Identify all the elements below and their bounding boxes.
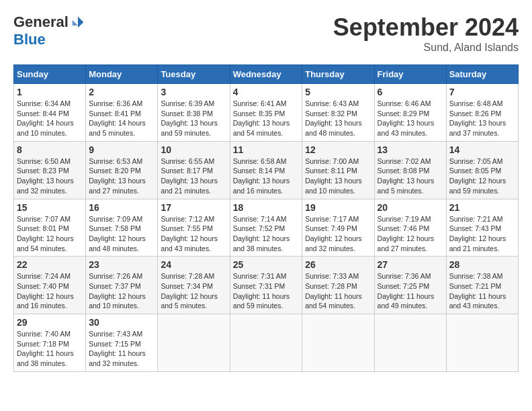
- calendar-day-1: 1Sunrise: 6:34 AMSunset: 8:44 PMDaylight…: [14, 84, 86, 142]
- day-header-friday: Friday: [374, 65, 446, 84]
- day-info: Sunrise: 6:55 AMSunset: 8:17 PMDaylight:…: [161, 156, 226, 196]
- calendar-week-1: 1Sunrise: 6:34 AMSunset: 8:44 PMDaylight…: [14, 84, 519, 142]
- day-number: 23: [89, 259, 154, 270]
- day-info: Sunrise: 7:21 AMSunset: 7:43 PMDaylight:…: [449, 214, 515, 254]
- calendar-day-11: 11Sunrise: 6:58 AMSunset: 8:14 PMDayligh…: [230, 141, 302, 199]
- day-number: 8: [17, 144, 83, 155]
- calendar-day-2: 2Sunrise: 6:36 AMSunset: 8:41 PMDaylight…: [86, 84, 158, 142]
- day-info: Sunrise: 6:39 AMSunset: 8:38 PMDaylight:…: [161, 99, 226, 138]
- calendar-day-20: 20Sunrise: 7:19 AMSunset: 7:46 PMDayligh…: [374, 199, 446, 257]
- day-header-sunday: Sunday: [14, 65, 86, 84]
- calendar-day-9: 9Sunrise: 6:53 AMSunset: 8:20 PMDaylight…: [86, 141, 158, 199]
- day-number: 18: [233, 202, 300, 213]
- day-info: Sunrise: 6:36 AMSunset: 8:41 PMDaylight:…: [89, 99, 154, 138]
- day-info: Sunrise: 6:53 AMSunset: 8:20 PMDaylight:…: [89, 156, 154, 196]
- day-number: 29: [17, 317, 83, 328]
- day-number: 12: [305, 144, 371, 155]
- calendar-day-14: 14Sunrise: 7:05 AMSunset: 8:05 PMDayligh…: [446, 141, 518, 199]
- day-info: Sunrise: 7:12 AMSunset: 7:55 PMDaylight:…: [161, 214, 226, 254]
- day-info: Sunrise: 7:00 AMSunset: 8:11 PMDaylight:…: [305, 156, 371, 196]
- day-info: Sunrise: 7:38 AMSunset: 7:21 PMDaylight:…: [449, 271, 515, 311]
- day-number: 15: [17, 202, 83, 213]
- day-info: Sunrise: 6:43 AMSunset: 8:32 PMDaylight:…: [305, 99, 371, 138]
- day-number: 26: [305, 259, 371, 270]
- day-number: 24: [161, 259, 226, 270]
- calendar-day-16: 16Sunrise: 7:09 AMSunset: 7:58 PMDayligh…: [86, 199, 158, 257]
- day-info: Sunrise: 6:34 AMSunset: 8:44 PMDaylight:…: [17, 99, 83, 138]
- day-number: 25: [233, 259, 300, 270]
- day-info: Sunrise: 7:19 AMSunset: 7:46 PMDaylight:…: [378, 214, 443, 254]
- day-header-thursday: Thursday: [302, 65, 374, 84]
- calendar-header-row: SundayMondayTuesdayWednesdayThursdayFrid…: [14, 65, 519, 84]
- day-number: 4: [233, 87, 300, 97]
- day-number: 19: [305, 202, 371, 213]
- day-header-wednesday: Wednesday: [230, 65, 302, 84]
- day-info: Sunrise: 7:24 AMSunset: 7:40 PMDaylight:…: [17, 271, 83, 311]
- day-number: 14: [449, 144, 515, 155]
- calendar-day-7: 7Sunrise: 6:48 AMSunset: 8:26 PMDaylight…: [446, 84, 518, 142]
- calendar-day-29: 29Sunrise: 7:40 AMSunset: 7:18 PMDayligh…: [14, 314, 86, 372]
- day-number: 28: [449, 259, 515, 270]
- day-info: Sunrise: 6:46 AMSunset: 8:29 PMDaylight:…: [378, 99, 443, 138]
- day-info: Sunrise: 7:07 AMSunset: 8:01 PMDaylight:…: [17, 214, 83, 254]
- day-header-saturday: Saturday: [446, 65, 518, 84]
- calendar-day-19: 19Sunrise: 7:17 AMSunset: 7:49 PMDayligh…: [302, 199, 374, 257]
- day-info: Sunrise: 7:40 AMSunset: 7:18 PMDaylight:…: [17, 329, 83, 369]
- day-number: 17: [161, 202, 226, 213]
- day-number: 6: [378, 87, 443, 97]
- svg-marker-0: [78, 17, 83, 28]
- day-number: 9: [89, 144, 154, 155]
- calendar-day-3: 3Sunrise: 6:39 AMSunset: 8:38 PMDaylight…: [158, 84, 230, 142]
- title-section: September 2024 Sund, Aland Islands: [333, 13, 519, 54]
- empty-cell: [158, 314, 230, 372]
- day-number: 16: [89, 202, 154, 213]
- day-info: Sunrise: 6:58 AMSunset: 8:14 PMDaylight:…: [233, 156, 300, 196]
- day-info: Sunrise: 7:26 AMSunset: 7:37 PMDaylight:…: [89, 271, 154, 311]
- day-header-monday: Monday: [86, 65, 158, 84]
- logo-blue: Blue: [13, 31, 46, 48]
- calendar-day-10: 10Sunrise: 6:55 AMSunset: 8:17 PMDayligh…: [158, 141, 230, 199]
- logo-general: General: [13, 13, 69, 31]
- day-number: 21: [449, 202, 515, 213]
- calendar-day-27: 27Sunrise: 7:36 AMSunset: 7:25 PMDayligh…: [374, 257, 446, 314]
- logo-icon: [71, 15, 85, 29]
- day-header-tuesday: Tuesday: [158, 65, 230, 84]
- day-info: Sunrise: 7:28 AMSunset: 7:34 PMDaylight:…: [161, 271, 226, 311]
- calendar-day-26: 26Sunrise: 7:33 AMSunset: 7:28 PMDayligh…: [302, 257, 374, 314]
- day-info: Sunrise: 6:50 AMSunset: 8:23 PMDaylight:…: [17, 156, 83, 196]
- calendar-day-25: 25Sunrise: 7:31 AMSunset: 7:31 PMDayligh…: [230, 257, 302, 314]
- calendar-day-12: 12Sunrise: 7:00 AMSunset: 8:11 PMDayligh…: [302, 141, 374, 199]
- day-number: 11: [233, 144, 300, 155]
- day-number: 30: [89, 317, 154, 328]
- month-title: September 2024: [333, 13, 519, 42]
- day-info: Sunrise: 7:17 AMSunset: 7:49 PMDaylight:…: [305, 214, 371, 254]
- day-number: 20: [378, 202, 443, 213]
- day-info: Sunrise: 7:02 AMSunset: 8:08 PMDaylight:…: [378, 156, 443, 196]
- day-number: 3: [161, 87, 226, 97]
- calendar-week-4: 22Sunrise: 7:24 AMSunset: 7:40 PMDayligh…: [14, 257, 519, 314]
- day-info: Sunrise: 7:05 AMSunset: 8:05 PMDaylight:…: [449, 156, 515, 196]
- calendar-day-18: 18Sunrise: 7:14 AMSunset: 7:52 PMDayligh…: [230, 199, 302, 257]
- day-number: 5: [305, 87, 371, 97]
- empty-cell: [230, 314, 302, 372]
- day-info: Sunrise: 6:41 AMSunset: 8:35 PMDaylight:…: [233, 99, 300, 138]
- location-subtitle: Sund, Aland Islands: [333, 42, 519, 54]
- calendar-day-30: 30Sunrise: 7:43 AMSunset: 7:15 PMDayligh…: [86, 314, 158, 372]
- day-number: 27: [378, 259, 443, 270]
- day-info: Sunrise: 7:09 AMSunset: 7:58 PMDaylight:…: [89, 214, 154, 254]
- day-number: 22: [17, 259, 83, 270]
- empty-cell: [446, 314, 518, 372]
- day-info: Sunrise: 7:43 AMSunset: 7:15 PMDaylight:…: [89, 329, 154, 369]
- calendar-day-5: 5Sunrise: 6:43 AMSunset: 8:32 PMDaylight…: [302, 84, 374, 142]
- logo: General Blue: [13, 13, 85, 48]
- calendar-day-6: 6Sunrise: 6:46 AMSunset: 8:29 PMDaylight…: [374, 84, 446, 142]
- calendar-week-2: 8Sunrise: 6:50 AMSunset: 8:23 PMDaylight…: [14, 141, 519, 199]
- calendar-day-22: 22Sunrise: 7:24 AMSunset: 7:40 PMDayligh…: [14, 257, 86, 314]
- calendar-table: SundayMondayTuesdayWednesdayThursdayFrid…: [13, 64, 519, 372]
- day-info: Sunrise: 7:31 AMSunset: 7:31 PMDaylight:…: [233, 271, 300, 311]
- day-number: 2: [89, 87, 154, 97]
- day-number: 1: [17, 87, 83, 97]
- calendar-day-13: 13Sunrise: 7:02 AMSunset: 8:08 PMDayligh…: [374, 141, 446, 199]
- page-header: General Blue September 2024 Sund, Aland …: [13, 13, 519, 54]
- day-number: 10: [161, 144, 226, 155]
